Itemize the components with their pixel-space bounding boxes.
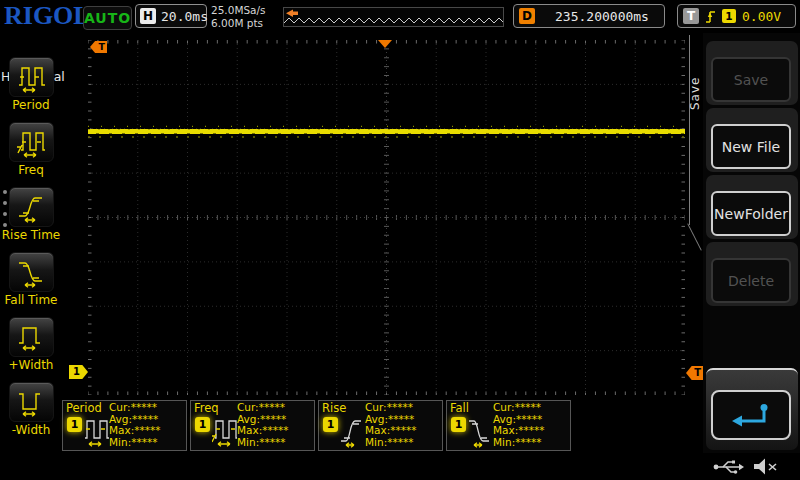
measure-item-rise-time[interactable] (9, 187, 54, 227)
usb-icon (712, 457, 746, 476)
run-status-badge: AUTO (83, 6, 132, 30)
graticule-and-waveform (88, 40, 685, 395)
waveform-display-grid (88, 40, 685, 395)
delete-button[interactable]: Delete (711, 258, 791, 303)
left-measure-menu: Horizontal Period Freq Rise Time Fall Ti… (0, 33, 62, 453)
softkey-cell-new-folder: NewFolder (706, 175, 798, 239)
measurement-channel-badge: 1 (451, 417, 466, 432)
fall-icon (468, 412, 494, 450)
measurement-panel-period[interactable]: Period 1 Cur:***** Avg:***** Max:***** M… (62, 400, 187, 451)
measurement-min: Min:***** (109, 437, 187, 449)
measure-item-pos-width[interactable] (9, 317, 54, 357)
minus-width-icon (16, 386, 48, 418)
trigger-position-marker[interactable] (378, 40, 392, 48)
horizontal-badge: H (140, 8, 156, 24)
delay-badge: D (519, 8, 535, 24)
menu-page-dot (3, 223, 7, 227)
rigol-logo: RIGOL (4, 1, 91, 31)
timebase-value: 20.0ms (161, 9, 208, 24)
run-status-label: AUTO (84, 10, 131, 26)
channel-status-bar: 1 18.2 V 2 5.00 V (0, 453, 800, 480)
save-button[interactable]: Save (711, 57, 791, 102)
menu-page-dot (3, 212, 7, 216)
plus-width-icon (16, 321, 48, 353)
measure-item-fall-time-label: Fall Time (0, 293, 62, 307)
measure-item-neg-width-label: -Width (0, 423, 62, 437)
measure-item-fall-time[interactable] (9, 252, 54, 292)
measurement-cur: Cur:***** (237, 402, 315, 414)
freq-icon (212, 412, 238, 450)
measurement-values: Cur:***** Avg:***** Max:***** Min:***** (493, 402, 571, 449)
new-folder-button[interactable]: NewFolder (711, 191, 791, 236)
trigger-source-badge: 1 (722, 9, 736, 23)
channel1-ground-marker[interactable]: 1 (69, 365, 88, 379)
horizontal-delay-box[interactable]: D 235.200000ms (513, 4, 665, 28)
measurement-min: Min:***** (365, 437, 443, 449)
measure-item-freq[interactable] (9, 122, 54, 162)
delay-value: 235.200000ms (545, 9, 659, 24)
rise-icon (340, 412, 366, 450)
waveform-preview-icon (284, 14, 503, 27)
measure-item-pos-width-label: +Width (0, 358, 62, 372)
memory-depth: 6.00M pts (211, 17, 266, 30)
measurement-panel-rise[interactable]: Rise 1 Cur:***** Avg:***** Max:***** Min… (318, 400, 443, 451)
memory-trigger-arrow-icon (285, 9, 299, 18)
softkey-cell-save: Save (706, 41, 798, 105)
rise-time-icon (16, 191, 48, 223)
menu-return-button[interactable] (711, 390, 791, 440)
measurement-min: Min:***** (237, 437, 315, 449)
softkey-cell-return (706, 368, 798, 450)
softkey-cell-delete: Delete (706, 242, 798, 306)
measure-item-freq-label: Freq (0, 163, 62, 177)
measure-item-rise-time-label: Rise Time (0, 228, 62, 242)
measurement-panel-fall[interactable]: Fall 1 Cur:***** Avg:***** Max:***** Min… (446, 400, 571, 451)
memory-position-bar[interactable] (283, 7, 504, 27)
menu-tab-title: Save (688, 58, 703, 110)
measurement-cur: Cur:***** (109, 402, 187, 414)
oscilloscope-screen: RIGOL AUTO H 20.0ms 25.0MSa/s 6.00M pts (0, 0, 800, 480)
measurement-cur: Cur:***** (365, 402, 443, 414)
trigger-level-value: 0.00V (742, 9, 781, 24)
softkey-cell-new-file: New File (706, 108, 798, 172)
period-icon (16, 61, 48, 93)
acquisition-info: 25.0MSa/s 6.00M pts (211, 4, 266, 29)
sample-rate: 25.0MSa/s (211, 4, 266, 17)
menu-page-dot (3, 201, 7, 205)
fall-time-icon (16, 256, 48, 288)
measurement-values: Cur:***** Avg:***** Max:***** Min:***** (109, 402, 187, 449)
measure-item-neg-width[interactable] (9, 382, 54, 422)
measurement-channel-badge: 1 (67, 417, 82, 432)
new-file-button[interactable]: New File (711, 124, 791, 169)
period-icon (84, 412, 110, 450)
trigger-badge: T (683, 8, 699, 24)
measurement-values: Cur:***** Avg:***** Max:***** Min:***** (237, 402, 315, 449)
freq-icon (16, 126, 48, 158)
speaker-muted-icon (752, 456, 779, 477)
measurement-channel-badge: 1 (323, 417, 338, 432)
measurement-values: Cur:***** Avg:***** Max:***** Min:***** (365, 402, 443, 449)
menu-tab-outline-notch (687, 223, 702, 250)
channel1-waveform-trace (88, 129, 685, 134)
measurement-cur: Cur:***** (493, 402, 571, 414)
horizontal-timebase-box[interactable]: H 20.0ms (135, 4, 207, 28)
measure-item-period[interactable] (9, 57, 54, 97)
trigger-status-box[interactable]: T 1 0.00V (677, 4, 796, 28)
measurement-channel-badge: 1 (195, 417, 210, 432)
return-arrow-icon (728, 401, 774, 429)
top-status-bar: RIGOL AUTO H 20.0ms 25.0MSa/s 6.00M pts (0, 0, 800, 33)
rising-edge-icon (705, 8, 716, 25)
menu-page-dot (3, 190, 7, 194)
measurement-name: Fall (450, 401, 469, 415)
measurement-min: Min:***** (493, 437, 571, 449)
measurement-panel-freq[interactable]: Freq 1 Cur:***** Avg:***** Max:***** Min… (190, 400, 315, 451)
measure-item-period-label: Period (0, 98, 62, 112)
